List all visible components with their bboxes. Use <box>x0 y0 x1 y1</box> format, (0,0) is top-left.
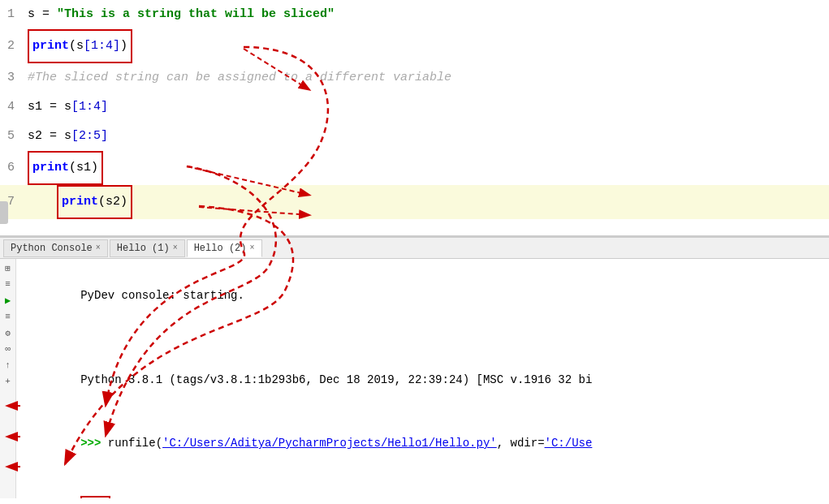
print-keyword-3: print <box>62 195 98 209</box>
tab-close-hello2[interactable]: × <box>249 243 254 252</box>
line-content-5: s2 = s[2:5] <box>24 122 108 151</box>
sidebar-icon-run[interactable]: ▶ <box>2 295 14 306</box>
output-box-his-1: his <box>80 496 110 498</box>
line-content-2: print(s[1:4]) <box>24 29 132 63</box>
runfile-wdir: 'C:/Use <box>545 437 593 450</box>
tab-label-hello1: Hello (1) <box>117 243 170 254</box>
line-content-4: s1 = s[1:4] <box>24 93 108 122</box>
editor-area: 1 s = "This is a string that will be sli… <box>0 0 829 235</box>
line-content-6: print(s1) <box>24 151 103 185</box>
comment-1: #The sliced string can be assigned to a … <box>28 71 451 84</box>
tab-label-hello2: Hello (2) <box>194 243 247 254</box>
tab-close-python-console[interactable]: × <box>96 243 101 252</box>
line-number-6: 6 <box>0 153 24 183</box>
tab-hello2[interactable]: Hello (2) × <box>187 239 262 257</box>
console-tabs: Python Console × Hello (1) × Hello (2) × <box>0 238 829 259</box>
print-keyword-2: print <box>32 161 69 174</box>
collapse-indicator[interactable] <box>0 201 8 224</box>
runfile-text: runfile('C:/Users/Aditya/PycharmProjects… <box>108 437 593 450</box>
var-s: s = <box>28 7 57 21</box>
bracket-2: (s1) <box>69 161 98 174</box>
console-line-python-info: Python 3.8.1 (tags/v3.8.1:1b293b6, Dec 1… <box>26 348 819 411</box>
sidebar-icon-1[interactable]: ⊞ <box>2 262 14 274</box>
console-line-runfile: >>> runfile('C:/Users/Aditya/PycharmProj… <box>26 411 819 475</box>
line-number-3: 3 <box>0 63 24 93</box>
line-number-1: 1 <box>0 0 24 29</box>
tab-hello1[interactable]: Hello (1) × <box>110 239 185 257</box>
var-s2: s2 = s <box>28 129 71 143</box>
line-number-2: 2 <box>0 32 24 61</box>
var-s1: s1 = s <box>28 100 71 114</box>
slice-s1: [1:4] <box>71 100 108 114</box>
line-content-7: print(s2) <box>24 185 132 219</box>
code-line-6: 6 print(s1) <box>0 151 829 185</box>
console-line-blank <box>26 327 819 348</box>
print-box-2: print(s1) <box>28 151 103 185</box>
code-line-2: 2 print(s[1:4]) <box>0 29 829 63</box>
code-line-4: 4 s1 = s[1:4] <box>0 93 829 122</box>
line-content-1: s = "This is a string that will be slice… <box>24 0 335 29</box>
bracket-close-1: ) <box>120 39 127 53</box>
sidebar-icon-3[interactable]: ≡ <box>2 311 14 322</box>
code-lines: 1 s = "This is a string that will be sli… <box>0 0 829 219</box>
bracket-3: (s2) <box>98 195 127 209</box>
tab-python-console[interactable]: Python Console × <box>3 239 108 257</box>
console-content: PyDev console: starting. Python 3.8.1 (t… <box>16 259 829 498</box>
console-sidebar: ⊞ ≡ ▶ ≡ ⚙ ∞ ↑ + <box>0 259 16 498</box>
string-val: "This is a string that will be sliced" <box>57 7 335 21</box>
slice-s2: [2:5] <box>71 129 108 143</box>
print-keyword-1: print <box>32 39 69 53</box>
line-number-5: 5 <box>0 122 24 151</box>
line-number-4: 4 <box>0 93 24 122</box>
console-line-pydev: PyDev console: starting. <box>26 264 819 327</box>
sidebar-icon-6[interactable]: ↑ <box>2 360 14 371</box>
sidebar-icon-2[interactable]: ≡ <box>2 278 14 290</box>
line-content-3: #The sliced string can be assigned to a … <box>24 63 451 93</box>
code-line-1: 1 s = "This is a string that will be sli… <box>0 0 829 29</box>
tab-close-hello1[interactable]: × <box>173 243 178 252</box>
sidebar-icon-7[interactable]: + <box>2 376 14 387</box>
slice-1: [1:4] <box>84 39 120 53</box>
code-line-5: 5 s2 = s[2:5] <box>0 122 829 151</box>
runfile-path: 'C:/Users/Aditya/PycharmProjects/Hello1/… <box>162 437 497 450</box>
console-output-his-1: his <box>26 475 819 498</box>
code-line-3: 3 #The sliced string can be assigned to … <box>0 63 829 93</box>
page-wrapper: 1 s = "This is a string that will be sli… <box>0 0 829 504</box>
print-box-3: print(s2) <box>57 185 132 219</box>
sidebar-icon-5[interactable]: ∞ <box>2 343 14 355</box>
console-prompt: >>> <box>80 437 108 450</box>
tab-label-python-console: Python Console <box>11 243 93 254</box>
sidebar-icon-4[interactable]: ⚙ <box>2 327 14 338</box>
bracket-1: (s <box>69 39 84 53</box>
print-box-1: print(s[1:4]) <box>28 29 132 63</box>
code-line-7: 7 print(s2) <box>0 185 829 219</box>
console-area: ⊞ ≡ ▶ ≡ ⚙ ∞ ↑ + PyDev console: starting.… <box>0 259 829 498</box>
